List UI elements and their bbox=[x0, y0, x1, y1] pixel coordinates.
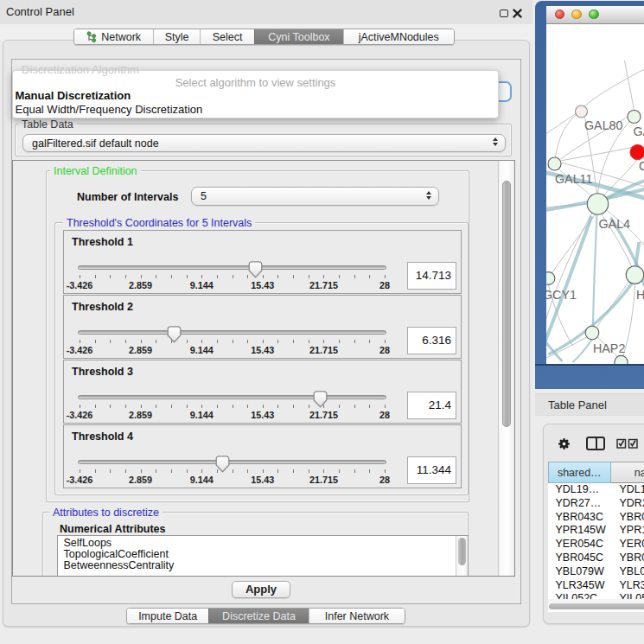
attributes-list-scrollbar[interactable] bbox=[456, 536, 468, 577]
slider-tick-label: 21.715 bbox=[302, 345, 345, 355]
slider-track[interactable] bbox=[78, 265, 386, 270]
table-cell[interactable]: YER054C bbox=[612, 538, 644, 552]
slider-tick bbox=[95, 405, 96, 409]
slider-tick bbox=[171, 469, 172, 474]
table-cell[interactable]: YPR145W bbox=[612, 524, 644, 538]
network-window-titlebar[interactable] bbox=[546, 6, 644, 24]
table-row[interactable]: YER054CYER054C bbox=[548, 538, 644, 552]
bottom-tab-infer-network[interactable]: Infer Network bbox=[309, 609, 405, 623]
table-cell[interactable]: YBR043C bbox=[548, 511, 612, 525]
table-row[interactable]: YPR145WYPR145W bbox=[548, 524, 644, 538]
slider-tick bbox=[125, 405, 126, 409]
slider-thumb[interactable] bbox=[167, 326, 182, 343]
slider-track[interactable] bbox=[78, 330, 386, 335]
table-horizontal-scrollbar[interactable] bbox=[548, 599, 644, 612]
bottom-node[interactable] bbox=[614, 355, 627, 364]
table-cell[interactable]: YIL052C bbox=[612, 592, 644, 599]
table-settings-button[interactable] bbox=[557, 437, 571, 451]
attribute-list-item[interactable]: BetweennessCentrality bbox=[58, 560, 469, 571]
gal4-node[interactable] bbox=[587, 194, 608, 214]
attribute-list-item[interactable]: SelfLoops bbox=[58, 538, 469, 549]
table-cell[interactable]: YER054C bbox=[548, 538, 612, 552]
tab-select[interactable]: Select bbox=[200, 29, 254, 44]
table-cell[interactable]: YLR345W bbox=[548, 579, 612, 593]
attribute-list-item[interactable]: TopologicalCoefficient bbox=[58, 549, 469, 560]
hap2-node[interactable] bbox=[585, 326, 599, 340]
table-row[interactable]: YDL19…YDL19… bbox=[548, 483, 644, 497]
column-select-button[interactable] bbox=[616, 438, 639, 449]
scrollbar-thumb[interactable] bbox=[458, 538, 466, 565]
minimize-traffic-light[interactable] bbox=[571, 10, 582, 20]
slider-track[interactable] bbox=[78, 460, 386, 464]
tab-style[interactable]: Style bbox=[153, 29, 200, 44]
close-traffic-light[interactable] bbox=[555, 10, 565, 20]
slider-tick bbox=[110, 405, 111, 409]
slider-thumb[interactable] bbox=[248, 261, 263, 278]
table-cell[interactable]: YBL079W bbox=[548, 565, 612, 579]
table-cell[interactable]: YBR045C bbox=[548, 552, 612, 565]
control-panel-titlebar: Control Panel bbox=[0, 0, 532, 24]
table-cell[interactable]: YDL19… bbox=[548, 483, 612, 497]
scrollbar-thumb[interactable] bbox=[549, 603, 644, 610]
gcy1-node[interactable] bbox=[546, 272, 555, 285]
bottom-tab-impute-data[interactable]: Impute Data bbox=[127, 609, 208, 623]
table-cell[interactable]: YIL052C bbox=[548, 592, 612, 599]
table-cell[interactable]: YPR145W bbox=[548, 524, 612, 538]
table-cell[interactable]: YDR27… bbox=[548, 497, 612, 511]
table-cell[interactable]: YDR27… bbox=[612, 497, 644, 511]
table-body: YDL19…YDL19…YDR27…YDR27…YBR043CYBR043CYP… bbox=[548, 483, 644, 599]
settings-vertical-scrollbar[interactable] bbox=[498, 161, 515, 576]
table-row[interactable]: YLR345WYLR345W bbox=[548, 579, 644, 593]
threshold-value-field[interactable]: 6.316 bbox=[407, 327, 456, 354]
threshold-value-field[interactable]: 14.713 bbox=[407, 262, 456, 290]
slider-tick bbox=[354, 405, 355, 409]
table-row[interactable]: YBL079WYBL079W bbox=[548, 565, 644, 579]
threshold-label: Threshold 3 bbox=[72, 366, 133, 378]
tab-cyni-toolbox[interactable]: Cyni Toolbox bbox=[254, 29, 343, 44]
slider-track[interactable] bbox=[78, 395, 386, 399]
h-node[interactable] bbox=[626, 266, 644, 284]
table-row[interactable]: YIL052CYIL052C bbox=[548, 592, 644, 599]
column-header-name[interactable]: name bbox=[611, 462, 644, 483]
node-label-gal4: GAL4 bbox=[598, 217, 630, 231]
red-node[interactable] bbox=[629, 144, 644, 159]
node-label-h: H bbox=[636, 288, 644, 302]
slider-tick bbox=[323, 469, 324, 474]
table-cell[interactable]: YBR045C bbox=[612, 552, 644, 565]
column-header-shared-name[interactable]: shared… bbox=[548, 462, 612, 483]
bottom-tab-discretize-data[interactable]: Discretize Data bbox=[208, 609, 308, 623]
apply-button[interactable]: Apply bbox=[232, 581, 290, 598]
close-button[interactable] bbox=[513, 9, 522, 18]
table-row[interactable]: YBR043CYBR043C bbox=[548, 511, 644, 525]
network-window-bottom-edge bbox=[535, 364, 644, 366]
table-cell[interactable]: YBL079W bbox=[612, 565, 644, 579]
table-cell[interactable]: YBR043C bbox=[612, 511, 644, 525]
table-data-combo[interactable]: galFiltered.sif default node bbox=[22, 134, 506, 152]
slider-tick bbox=[95, 275, 96, 279]
scrollbar-thumb[interactable] bbox=[502, 181, 511, 427]
popup-item-manual-discretization[interactable]: Manual Discretization bbox=[16, 89, 497, 103]
table-cell[interactable]: YDL19… bbox=[612, 483, 644, 497]
top-green-node[interactable] bbox=[628, 111, 641, 124]
slider-thumb[interactable] bbox=[215, 456, 230, 473]
float-window-button[interactable] bbox=[500, 10, 508, 17]
number-of-intervals-combo[interactable]: 5 bbox=[191, 187, 439, 206]
slider-tick-label: 2.859 bbox=[119, 345, 163, 355]
pink-node[interactable] bbox=[575, 105, 587, 118]
tab-network[interactable]: Network bbox=[74, 29, 153, 44]
zoom-traffic-light[interactable] bbox=[589, 10, 599, 20]
threshold-value-field[interactable]: 21.4 bbox=[407, 392, 456, 419]
popup-item-equal-width-frequency[interactable]: Equal Width/Frequency Discretization bbox=[16, 103, 497, 117]
tab-label: Cyni Toolbox bbox=[268, 31, 329, 43]
tab-jactivemnodules[interactable]: jActiveMNodules bbox=[343, 29, 454, 44]
split-columns-button[interactable] bbox=[586, 437, 605, 450]
network-canvas[interactable]: GAL80GACGAL11GAL4HGCY1HAP2 bbox=[546, 24, 644, 364]
table-row[interactable]: YBR045CYBR045C bbox=[548, 552, 644, 565]
popup-item-placeholder[interactable]: Select algorithm to view settings bbox=[15, 76, 496, 90]
threshold-value-field[interactable]: 11.344 bbox=[407, 456, 456, 484]
table-row[interactable]: YDR27…YDR27… bbox=[548, 497, 644, 511]
table-cell[interactable]: YLR345W bbox=[612, 579, 644, 593]
slider-thumb[interactable] bbox=[313, 391, 328, 408]
gal11-node[interactable] bbox=[548, 157, 561, 170]
tab-label: Impute Data bbox=[138, 610, 197, 622]
